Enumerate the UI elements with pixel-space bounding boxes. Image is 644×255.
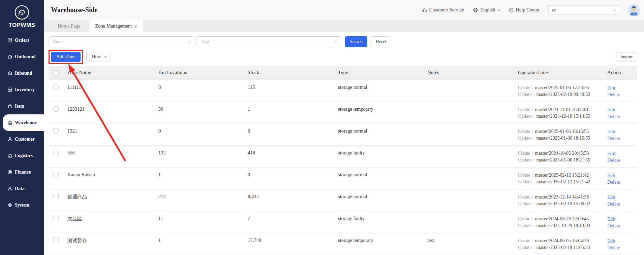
- select-all-checkbox[interactable]: [53, 70, 59, 76]
- sidebar-item-outbound[interactable]: Outbound: [0, 48, 44, 65]
- edit-link[interactable]: Edit: [607, 128, 637, 135]
- chevron-down-icon: [497, 8, 500, 11]
- sidebar-item-system[interactable]: System: [0, 197, 44, 213]
- row-checkbox[interactable]: [53, 216, 59, 221]
- stock-cell: 0: [248, 124, 338, 146]
- edit-link[interactable]: Edit: [607, 194, 637, 201]
- user-select[interactable]: cc: [548, 5, 619, 15]
- row-checkbox[interactable]: [53, 150, 59, 155]
- tab-home-page[interactable]: Home Page: [48, 20, 90, 32]
- more-button[interactable]: More: [86, 52, 110, 62]
- edit-link[interactable]: Edit: [607, 238, 637, 244]
- notes-cell: [427, 189, 518, 211]
- close-tab-icon[interactable]: ⊗: [134, 24, 137, 28]
- search-button[interactable]: Search: [345, 36, 367, 47]
- avatar-illustration: [628, 4, 640, 16]
- sidebar-item-customer[interactable]: Customer: [0, 131, 44, 147]
- zone-filter-placeholder: Zone: [53, 39, 63, 44]
- row-checkbox[interactable]: [53, 172, 59, 177]
- operator-time-cell: Create：master/2024-08-23 22:00:45Update：…: [518, 211, 607, 233]
- delete-link[interactable]: Delete: [607, 157, 637, 163]
- customer-service-label: Customer Service: [429, 7, 464, 13]
- stock-cell: 7: [248, 211, 338, 233]
- sidebar-item-logistics[interactable]: Logistics: [0, 147, 44, 164]
- reset-button[interactable]: Reset: [371, 36, 391, 47]
- create-label: Create：: [518, 107, 535, 112]
- finance-icon: [7, 170, 12, 175]
- delete-link[interactable]: Delete: [607, 201, 637, 207]
- filter-row: Zone Type Search Reset: [49, 36, 644, 47]
- content-area: Zone Type Search Reset Add Zone More: [44, 32, 644, 255]
- system-icon: [7, 203, 12, 208]
- col-action: Action: [607, 66, 637, 80]
- help-icon: ?: [509, 7, 514, 13]
- update-label: Update：: [518, 223, 536, 228]
- warehouse-icon: [7, 120, 12, 125]
- data-icon: [7, 186, 12, 191]
- avatar[interactable]: [628, 4, 640, 16]
- edit-link[interactable]: Edit: [607, 150, 637, 157]
- edit-link[interactable]: Edit: [607, 216, 637, 222]
- sidebar-item-warehouse[interactable]: Warehouse: [3, 114, 44, 131]
- sidebar-item-item[interactable]: Item: [0, 98, 44, 114]
- create-time: master/2024-10-05 20:45:58: [535, 151, 589, 156]
- stock-cell: 1: [248, 102, 338, 124]
- tab-zone-management[interactable]: Zone Management ⊗: [90, 20, 143, 32]
- edit-link[interactable]: Edit: [607, 172, 637, 179]
- sidebar-item-data[interactable]: Data: [0, 180, 44, 197]
- update-time: master/2025-01-06 18:21:35: [536, 157, 590, 162]
- type-filter-select[interactable]: Type: [196, 36, 341, 47]
- sidebar-item-orders[interactable]: Orders: [0, 32, 44, 48]
- top-header: Warehouse-Side Customer Service English …: [44, 0, 644, 20]
- zone-name-cell: 1321: [67, 124, 158, 146]
- add-zone-button[interactable]: Add Zone: [51, 52, 81, 62]
- import-button[interactable]: Import: [616, 52, 637, 62]
- edit-link[interactable]: Edit: [607, 84, 637, 91]
- customer-service-button[interactable]: Customer Service: [422, 7, 464, 13]
- notes-cell: [427, 80, 518, 102]
- operator-time-cell: Create：master/2025-01-06 17:33:36Update：…: [518, 80, 607, 102]
- globe-icon: [473, 7, 478, 13]
- operator-time-cell: Create：master/2024-11-01 18:08:01Update：…: [518, 102, 607, 124]
- delete-link[interactable]: Delete: [607, 244, 637, 251]
- sidebar-item-inventory[interactable]: Inventory: [0, 81, 44, 98]
- delete-link[interactable]: Delete: [607, 179, 637, 185]
- row-checkbox[interactable]: [53, 238, 59, 243]
- row-checkbox[interactable]: [53, 128, 59, 134]
- zone-name-cell: 次品区: [67, 211, 158, 233]
- language-switcher[interactable]: English: [473, 7, 499, 13]
- zone-filter-select[interactable]: Zone: [49, 36, 194, 47]
- zone-name-cell: 普通商品: [67, 189, 158, 211]
- notes-cell: test: [427, 233, 518, 255]
- sidebar-item-inbound[interactable]: Inbound: [0, 65, 44, 81]
- delete-link[interactable]: Delete: [607, 113, 637, 120]
- operator-time-cell: Create：master/2025-01-06 18:15:55Update：…: [518, 124, 607, 146]
- create-label: Create：: [518, 129, 535, 134]
- operator-time-cell: Create：master/2024-06-05 15:04:29Update：…: [518, 233, 607, 255]
- help-center-label: Help Center: [516, 7, 540, 13]
- delete-link[interactable]: Delete: [607, 135, 637, 142]
- operator-time-cell: Create：master/2023-12-14 14:41:38Update：…: [518, 189, 607, 211]
- table-row: 11111118115storage normalCreate：master/2…: [49, 80, 637, 102]
- inventory-icon: [7, 87, 12, 92]
- help-center-button[interactable]: ? Help Center: [509, 7, 540, 13]
- delete-link[interactable]: Delete: [607, 222, 637, 229]
- type-cell: storage faulty: [338, 146, 427, 168]
- table-row: 次品区117storage faultyCreate：master/2024-0…: [49, 211, 637, 233]
- create-label: Create：: [518, 173, 535, 178]
- delete-link[interactable]: Delete: [607, 91, 637, 98]
- row-checkbox[interactable]: [53, 194, 59, 199]
- update-label: Update：: [518, 201, 536, 206]
- svg-text:?: ?: [511, 8, 512, 12]
- table-row: 1233121301storage temporaryCreate：master…: [49, 102, 637, 124]
- row-checkbox[interactable]: [53, 106, 59, 112]
- zone-name-cell: 556: [67, 146, 158, 168]
- tab-bar: Home Page Zone Management ⊗: [44, 20, 644, 32]
- create-label: Create：: [518, 216, 535, 221]
- sidebar-item-label: Logistics: [15, 153, 33, 158]
- sidebar-item-finance[interactable]: Finance: [0, 164, 44, 180]
- user-select-value: cc: [552, 7, 556, 13]
- edit-link[interactable]: Edit: [607, 106, 637, 113]
- row-checkbox[interactable]: [53, 84, 59, 90]
- update-time: master/2025-01-06 18:15:55: [536, 136, 590, 141]
